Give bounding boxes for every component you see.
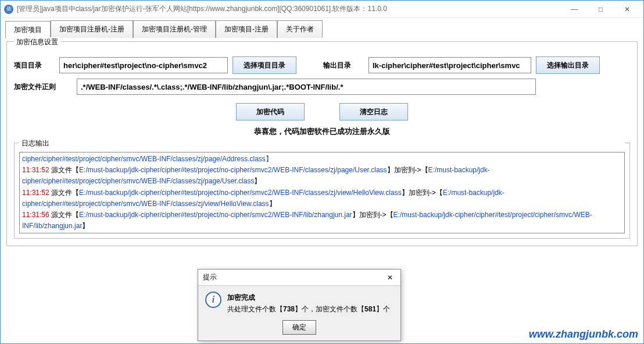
log-line: 11:31:56 源文件【E:/must-backup/jdk-cipher/c… xyxy=(22,210,622,232)
regex-row: 加密文件正则 xyxy=(14,79,630,95)
window-title: [管理员]java项目中class/jar加密保护运行-张军个人网站[https… xyxy=(17,4,561,14)
dialog-title-text: 提示 xyxy=(203,272,217,282)
log-line: 11:31:52 源文件【E:/must-backup/jdk-cipher/c… xyxy=(22,165,622,187)
output-dir-input[interactable] xyxy=(368,57,531,73)
action-buttons-row: 加密代码 清空日志 xyxy=(14,103,630,120)
info-icon: i xyxy=(205,292,221,308)
choose-project-dir-button[interactable]: 选择项目目录 xyxy=(232,56,296,74)
output-dir-label: 输出目录 xyxy=(323,61,364,70)
app-icon: 依 xyxy=(4,5,13,14)
dialog-heading: 加密完成 xyxy=(227,293,255,302)
minimize-button[interactable]: — xyxy=(561,1,588,17)
project-dir-row: 项目目录 选择项目目录 输出目录 选择输出目录 xyxy=(14,56,630,74)
tab-register-register[interactable]: 加密项目注册机-注册 xyxy=(51,20,133,38)
dialog-body: i 加密完成 共处理文件个数【738】个，加密文件个数【581】个 xyxy=(198,286,400,320)
regex-label: 加密文件正则 xyxy=(14,82,72,92)
dialog-msg-mid: 】个，加密文件个数【 xyxy=(295,305,364,313)
tabs-bar: 加密项目 加密项目注册机-注册 加密项目注册机-管理 加密项目-注册 关于作者 xyxy=(1,18,643,38)
status-text: 恭喜您，代码加密软件已成功注册永久版 xyxy=(14,126,630,137)
dialog-msg-suffix: 】个 xyxy=(376,305,390,313)
dialog-close-button[interactable]: ✕ xyxy=(384,274,396,282)
close-button[interactable]: ✕ xyxy=(614,1,640,17)
encrypted-count: 581 xyxy=(364,305,376,313)
project-dir-input[interactable] xyxy=(59,57,228,73)
maximize-button[interactable]: □ xyxy=(588,1,614,17)
choose-output-dir-button[interactable]: 选择输出目录 xyxy=(536,56,600,74)
settings-legend: 加密信息设置 xyxy=(14,37,60,47)
dialog-msg-prefix: 共处理文件个数【 xyxy=(227,305,283,313)
clear-log-button[interactable]: 清空日志 xyxy=(339,103,408,120)
log-fieldset: 日志输出 cipher/cipher#test/project/cipher/s… xyxy=(14,143,630,239)
watermark: www.zhangjunbk.com xyxy=(529,328,638,341)
log-output[interactable]: cipher/cipher#test/project/cipher/smvc/W… xyxy=(19,152,625,233)
dialog-ok-button[interactable]: 确定 xyxy=(282,320,316,335)
tab-project-register[interactable]: 加密项目-注册 xyxy=(216,20,277,38)
titlebar: 依 [管理员]java项目中class/jar加密保护运行-张军个人网站[htt… xyxy=(1,1,643,18)
log-line: 11:31:52 源文件【E:/must-backup/jdk-cipher/c… xyxy=(22,187,622,210)
tab-encrypt-project[interactable]: 加密项目 xyxy=(5,21,51,38)
project-dir-label: 项目目录 xyxy=(14,61,55,70)
settings-fieldset: 加密信息设置 项目目录 选择项目目录 输出目录 选择输出目录 加密文件正则 加密… xyxy=(6,41,638,246)
processed-count: 738 xyxy=(283,305,295,313)
dialog-titlebar: 提示 ✕ xyxy=(198,269,400,286)
log-line: cipher/cipher#test/project/cipher/smvc/W… xyxy=(22,154,622,165)
log-legend: 日志输出 xyxy=(19,139,625,148)
dialog-message: 加密完成 共处理文件个数【738】个，加密文件个数【581】个 xyxy=(227,292,390,315)
regex-input[interactable] xyxy=(77,79,536,95)
encrypt-button[interactable]: 加密代码 xyxy=(236,103,305,120)
window-controls: — □ ✕ xyxy=(561,1,640,17)
tab-about[interactable]: 关于作者 xyxy=(277,20,323,38)
dialog-actions: 确定 xyxy=(198,320,400,341)
info-dialog: 提示 ✕ i 加密完成 共处理文件个数【738】个，加密文件个数【581】个 确… xyxy=(198,269,401,341)
tab-register-manage[interactable]: 加密项目注册机-管理 xyxy=(133,20,216,38)
